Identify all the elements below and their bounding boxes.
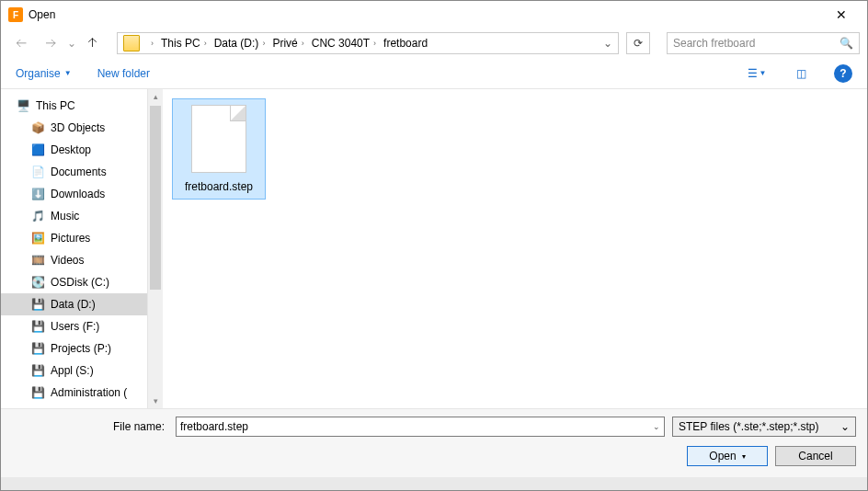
app-icon: F [8, 7, 23, 22]
scroll-thumb[interactable] [150, 106, 161, 290]
view-options-button[interactable]: ☰▼ [746, 63, 768, 85]
tree-node-3d-objects[interactable]: 📦3D Objects [1, 117, 147, 139]
crumb-prive[interactable]: Privé› [268, 33, 307, 53]
up-button[interactable]: 🡡 [80, 32, 106, 54]
file-thumb [191, 105, 246, 173]
tree-icon: 📄 [30, 165, 45, 179]
scroll-down-icon[interactable]: ▾ [148, 394, 163, 408]
tree-icon: 💾 [30, 363, 45, 378]
titlebar: F Open ✕ [1, 1, 867, 29]
tree-node-desktop[interactable]: 🟦Desktop [1, 139, 147, 161]
filename-input[interactable]: fretboard.step ⌄ [176, 417, 665, 437]
search-icon: 🔍 [839, 37, 853, 50]
tree-node-data-d[interactable]: 💾Data (D:) [1, 293, 147, 315]
tree-icon: 🎞️ [30, 253, 45, 268]
address-bar[interactable]: › This PC› Data (D:)› Privé› CNC 3040T› … [117, 32, 619, 54]
crumb-fretboard[interactable]: fretboard [380, 33, 431, 53]
tree-node-users-f[interactable]: 💾Users (F:) [1, 315, 147, 337]
tree-node-this-pc[interactable]: 🖥️This PC [1, 95, 147, 117]
new-folder-button[interactable]: New folder [97, 67, 150, 80]
crumb-data-d[interactable]: Data (D:)› [211, 33, 269, 53]
crumb-cnc-3040t[interactable]: CNC 3040T› [308, 33, 380, 53]
tree-icon: 🟦 [30, 143, 45, 157]
tree-label: Administration ( [51, 386, 127, 399]
tree-node-videos[interactable]: 🎞️Videos [1, 249, 147, 271]
close-button[interactable]: ✕ [823, 1, 860, 29]
file-item-fretboard-step[interactable]: fretboard.step [172, 98, 266, 200]
tree-icon: 💾 [30, 385, 45, 400]
footer: File name: fretboard.step ⌄ STEP files (… [1, 408, 867, 477]
tree-node-appl-s[interactable]: 💾Appl (S:) [1, 360, 147, 382]
tree-icon: 💾 [30, 319, 45, 334]
forward-button[interactable]: 🡢 [38, 32, 63, 54]
back-button[interactable]: 🡠 [8, 32, 34, 54]
open-button[interactable]: Open▾ [687, 446, 768, 466]
tree-icon: 🎵 [30, 209, 45, 223]
tree-label: Desktop [51, 143, 91, 156]
tree-label: 3D Objects [51, 121, 105, 134]
tree-node-administration[interactable]: 💾Administration ( [1, 382, 147, 404]
file-name: fretboard.step [185, 180, 253, 193]
tree-label: Videos [51, 254, 84, 267]
refresh-button[interactable]: ⟳ [626, 32, 650, 54]
tree-label: Projects (P:) [51, 342, 111, 355]
scroll-up-icon[interactable]: ▴ [148, 89, 163, 104]
tree-label: OSDisk (C:) [51, 276, 109, 289]
tree-icon: 💽 [30, 275, 45, 290]
preview-pane-button[interactable]: ◫ [790, 63, 812, 85]
tree-label: Downloads [51, 188, 105, 200]
recent-locations-dropdown[interactable]: ⌄ [67, 37, 76, 50]
nav-tree[interactable]: 🖥️This PC📦3D Objects🟦Desktop📄Documents⬇️… [1, 89, 148, 408]
tree-label: Users (F:) [51, 320, 99, 333]
tree-label: Appl (S:) [51, 364, 94, 377]
tree-node-documents[interactable]: 📄Documents [1, 161, 147, 183]
crumb-root-chevron[interactable]: › [143, 33, 157, 53]
open-split-icon[interactable]: ▾ [742, 452, 746, 461]
tree-node-pictures[interactable]: 🖼️Pictures [1, 227, 147, 249]
tree-label: Music [51, 210, 79, 223]
tree-icon: 💾 [30, 297, 45, 312]
tree-icon: ⬇️ [30, 187, 45, 201]
tree-node-projects-p[interactable]: 💾Projects (P:) [1, 337, 147, 360]
filetype-dropdown-icon: ⌄ [840, 420, 850, 433]
search-input[interactable]: Search fretboard 🔍 [667, 32, 860, 54]
tree-label: Pictures [51, 232, 90, 245]
tree-node-osdisk-c[interactable]: 💽OSDisk (C:) [1, 271, 147, 293]
search-placeholder: Search fretboard [673, 37, 839, 50]
tree-label: Documents [51, 166, 107, 178]
organise-menu[interactable]: Organise ▼ [16, 67, 72, 80]
open-dialog: F Open ✕ 🡠 🡢 ⌄ 🡡 › This PC› Data (D:)› P… [0, 0, 868, 491]
tree-icon: 💾 [30, 341, 45, 356]
tree-label: Data (D:) [51, 298, 96, 311]
tree-icon: 🖥️ [16, 98, 30, 113]
tree-icon: 🖼️ [30, 231, 45, 246]
under-bar [1, 477, 867, 490]
tree-label: This PC [36, 99, 75, 112]
tree-icon: 📦 [30, 120, 45, 135]
folder-icon [123, 35, 140, 51]
crumb-this-pc[interactable]: This PC› [157, 33, 211, 53]
nav-row: 🡠 🡢 ⌄ 🡡 › This PC› Data (D:)› Privé› CNC… [1, 29, 867, 58]
window-title: Open [29, 8, 823, 21]
toolbar: Organise ▼ New folder ☰▼ ◫ ? [1, 58, 867, 89]
tree-node-music[interactable]: 🎵Music [1, 205, 147, 227]
file-area[interactable]: fretboard.step [163, 89, 867, 408]
tree-scrollbar[interactable]: ▴ ▾ [148, 89, 163, 408]
address-dropdown-icon[interactable]: ⌄ [600, 37, 616, 50]
cancel-button[interactable]: Cancel [775, 446, 856, 466]
dialog-body: 🖥️This PC📦3D Objects🟦Desktop📄Documents⬇️… [1, 89, 867, 408]
filename-label: File name: [12, 420, 168, 433]
filetype-combo[interactable]: STEP files (*.ste;*.step;*.stp) ⌄ [672, 417, 856, 437]
tree-node-downloads[interactable]: ⬇️Downloads [1, 183, 147, 205]
help-button[interactable]: ? [834, 64, 852, 83]
filename-dropdown-icon[interactable]: ⌄ [653, 422, 660, 431]
